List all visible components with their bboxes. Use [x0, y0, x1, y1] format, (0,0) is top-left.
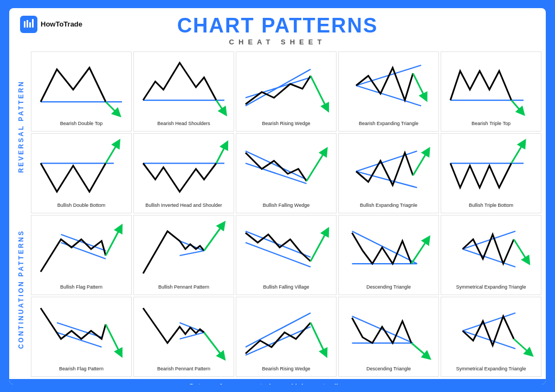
bull-pennant-svg	[135, 217, 233, 282]
label-bullish-double-bottom: Bullish Double Bottom	[57, 200, 106, 211]
pattern-cell-bearish-triple-top: Bearish Triple Top	[441, 51, 541, 132]
svg-line-15	[512, 100, 522, 113]
footer: Get your free access today and join our …	[9, 379, 546, 384]
bull-flag-svg	[33, 217, 130, 282]
svg-line-40	[463, 231, 516, 249]
svg-line-49	[246, 313, 311, 347]
label-bullish-triple-bottom: Bullish Triple Bottom	[469, 200, 513, 211]
svg-line-39	[411, 239, 428, 264]
pattern-cell-bullish-falling-wedge: Bullish Falling Wedge	[236, 133, 337, 213]
label-sym-expanding: Symmetrical Expanding Triangle	[456, 282, 526, 292]
sym-expanding-svg	[442, 217, 540, 282]
pattern-cell-bull-flag: Bullish Flag Pattern	[31, 215, 132, 295]
label-desc-tri2: Descending Triangle	[366, 363, 411, 374]
svg-line-54	[411, 343, 428, 357]
svg-line-13	[413, 74, 425, 98]
label-bearish-double-top: Bearish Double Top	[60, 118, 102, 129]
pattern-cell-sym-expanding: Symmetrical Expanding Triangle	[441, 215, 541, 295]
label-bear-pennant: Bearish Pennant Pattern	[157, 363, 210, 374]
svg-line-17	[106, 143, 118, 164]
bearish-rising-wedge-svg	[237, 53, 335, 118]
svg-line-19	[216, 145, 226, 164]
page-subtitle: CHEAT SHEET	[229, 38, 326, 46]
pattern-cell-bullish-triple-bottom: Bullish Triple Bottom	[441, 133, 541, 213]
svg-line-47	[180, 332, 204, 339]
svg-rect-0	[24, 21, 25, 28]
bear-flag-svg	[33, 298, 130, 363]
logo-area: HowToTrade	[20, 16, 82, 33]
svg-rect-2	[29, 22, 31, 28]
svg-rect-1	[27, 20, 28, 28]
svg-line-53	[352, 316, 414, 343]
pattern-cell-bearish-head-shoulders: Bearish Head Shoulders	[133, 51, 234, 132]
logo-text: HowToTrade	[41, 20, 82, 28]
svg-line-45	[106, 324, 120, 354]
svg-rect-3	[32, 19, 34, 28]
svg-line-51	[311, 323, 325, 354]
svg-line-10	[311, 76, 327, 108]
svg-line-56	[463, 331, 516, 349]
reversal-label: REVERSAL PATTERN	[17, 80, 25, 173]
svg-line-55	[463, 313, 516, 331]
pattern-cell-desc-tri-bull: Descending Triangle	[338, 215, 439, 295]
bullish-double-bottom-svg	[33, 135, 130, 200]
bearish-expanding-tri-svg	[340, 53, 437, 118]
svg-line-27	[512, 143, 524, 164]
svg-line-21	[246, 164, 307, 184]
label-bearish-triple-top: Bearish Triple Top	[472, 118, 511, 129]
svg-line-7	[216, 100, 224, 113]
header: HowToTrade CHART PATTERNS CHEAT SHEET	[9, 8, 546, 50]
pattern-cell-bear-flag: Bearish Flag Pattern	[31, 297, 132, 377]
pattern-grid: Bearish Double Top Bearish Head Shoulder…	[31, 51, 541, 377]
bullish-falling-wedge-svg	[237, 135, 335, 200]
label-bull-pennant: Bullish Pennant Pattern	[158, 282, 209, 292]
pattern-cell-bearish-double-top: Bearish Double Top	[31, 51, 132, 132]
bullish-expanding-tri-svg	[340, 135, 437, 200]
bearish-head-shoulders-svg	[135, 53, 233, 118]
pattern-cell-bear-pennant: Bearish Pennant Pattern	[133, 297, 234, 377]
svg-line-57	[514, 339, 530, 354]
continuation-label: CONTINUATION PATTERNS	[17, 230, 25, 349]
pattern-cell-bearish-expanding-tri: Bearish Expanding Triangle	[338, 51, 439, 132]
label-bull-flag: Bullish Flag Pattern	[60, 282, 102, 292]
label-bullish-inv-hs: Bullish Inverted Head and Shoulder	[145, 200, 222, 211]
pattern-cell-bearish-rising-wedge: Bearish Rising Wedge	[236, 51, 337, 132]
svg-line-42	[514, 239, 528, 262]
bear-pennant-svg	[135, 298, 233, 363]
logo-icon	[20, 16, 37, 33]
label-bearish-head-shoulders: Bearish Head Shoulders	[157, 118, 210, 129]
bullish-triple-bottom-svg	[442, 135, 540, 200]
content-area: REVERSAL PATTERN CONTINUATION PATTERNS B…	[9, 49, 546, 379]
desc-tri2-svg	[340, 298, 437, 363]
svg-line-48	[204, 332, 223, 357]
svg-line-36	[311, 231, 327, 262]
label-desc-tri-bull: Descending Triangle	[366, 282, 411, 292]
bear-rising-wedge2-svg	[237, 298, 335, 363]
svg-line-30	[106, 228, 120, 256]
label-bearish-rising-wedge: Bearish Rising Wedge	[262, 118, 311, 129]
svg-line-25	[413, 151, 428, 175]
pattern-cell-desc-tri2: Descending Triangle	[338, 297, 439, 377]
pattern-cell-sym-expanding2: Symmetrical Expanding Triangle	[441, 297, 541, 377]
svg-line-22	[307, 151, 326, 181]
label-bull-falling-village: Bullish Falling Village	[263, 282, 309, 292]
desc-tri-bull-svg	[340, 217, 437, 282]
label-sym-expanding2: Symmetrical Expanding Triangle	[456, 363, 526, 374]
svg-line-5	[106, 102, 118, 114]
pattern-cell-bullish-inv-hs: Bullish Inverted Head and Shoulder	[133, 133, 234, 213]
bullish-inv-hs-svg	[135, 135, 233, 200]
pattern-cell-bullish-double-bottom: Bullish Double Bottom	[31, 133, 132, 213]
bull-falling-village-svg	[237, 217, 335, 282]
label-bullish-falling-wedge: Bullish Falling Wedge	[263, 200, 309, 211]
footer-main-text: Get your free access today and join our …	[12, 382, 543, 384]
pattern-cell-bullish-expanding-tri: Bullish Expanding Triagnle	[338, 133, 439, 213]
sym-expanding2-svg	[442, 298, 540, 363]
svg-line-41	[463, 249, 516, 267]
label-bear-rising-wedge2: Bearish Rising Wedge	[262, 363, 311, 374]
main-container: HowToTrade CHART PATTERNS CHEAT SHEET RE…	[9, 8, 546, 384]
bearish-triple-top-svg	[442, 53, 540, 118]
label-bear-flag: Bearish Flag Pattern	[59, 363, 104, 374]
svg-line-38	[352, 231, 417, 264]
logo-svg	[23, 18, 35, 30]
pattern-cell-bear-rising-wedge2: Bearish Rising Wedge	[236, 297, 337, 377]
